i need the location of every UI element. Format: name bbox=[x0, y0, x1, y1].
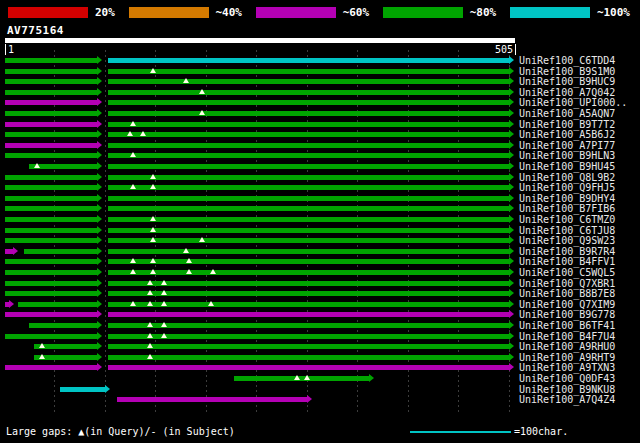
hit-label[interactable]: UniRef100_C6TDD4 bbox=[519, 56, 615, 66]
gap-triangle-icon bbox=[294, 375, 300, 380]
alignment-segment[interactable] bbox=[108, 259, 509, 264]
alignment-segment[interactable] bbox=[108, 153, 509, 158]
alignment-segment[interactable] bbox=[5, 69, 97, 74]
gap-triangle-icon bbox=[208, 301, 214, 306]
alignment-segment[interactable] bbox=[108, 344, 509, 349]
alignment-segment[interactable] bbox=[108, 238, 509, 243]
alignment-segment[interactable] bbox=[108, 90, 509, 95]
hit-label[interactable]: UniRef100_B4FFV1 bbox=[519, 257, 615, 267]
alignment-segment[interactable] bbox=[5, 90, 97, 95]
alignment-segment[interactable] bbox=[108, 69, 509, 74]
alignment-segment[interactable] bbox=[108, 228, 509, 233]
alignment-segment[interactable] bbox=[108, 132, 509, 137]
hit-label[interactable]: UniRef100_A9TXN3 bbox=[519, 363, 615, 373]
hit-label[interactable]: UniRef100_B9T7T2 bbox=[519, 120, 615, 130]
hit-label[interactable]: UniRef100_A7Q042 bbox=[519, 88, 615, 98]
alignment-segment[interactable] bbox=[5, 143, 97, 148]
alignment-segment[interactable] bbox=[5, 206, 97, 211]
alignment-segment[interactable] bbox=[18, 302, 97, 307]
hit-label[interactable]: UniRef100_Q0DF43 bbox=[519, 374, 615, 384]
hit-label[interactable]: UniRef100_B9S1M0 bbox=[519, 67, 615, 77]
hit-label[interactable]: UniRef100_UPI000.. bbox=[519, 98, 627, 108]
hit-label[interactable]: UniRef100_B7FIB6 bbox=[519, 204, 615, 214]
alignment-segment[interactable] bbox=[108, 143, 509, 148]
hit-label[interactable]: UniRef100_B9G778 bbox=[519, 310, 615, 320]
hit-label[interactable]: UniRef100_C6TMZ0 bbox=[519, 215, 615, 225]
hit-label[interactable]: UniRef100_B9NKU8 bbox=[519, 385, 615, 395]
alignment-segment[interactable] bbox=[5, 58, 97, 63]
alignment-segment[interactable] bbox=[5, 228, 97, 233]
alignment-segment[interactable] bbox=[5, 291, 97, 296]
alignment-segment[interactable] bbox=[108, 185, 509, 190]
alignment-segment[interactable] bbox=[5, 365, 97, 370]
alignment-segment[interactable] bbox=[5, 122, 97, 127]
hit-label[interactable]: UniRef100_Q9FHJ5 bbox=[519, 183, 615, 193]
hit-label[interactable]: UniRef100_B6TF41 bbox=[519, 321, 615, 331]
alignment-segment[interactable] bbox=[108, 164, 509, 169]
alignment-segment[interactable] bbox=[5, 79, 97, 84]
hit-label[interactable]: UniRef100_Q7XIM9 bbox=[519, 300, 615, 310]
alignment-segment[interactable] bbox=[5, 175, 97, 180]
hit-label[interactable]: UniRef100_A9RHU0 bbox=[519, 342, 615, 352]
alignment-segment[interactable] bbox=[108, 196, 509, 201]
hit-label[interactable]: UniRef100_A7PI77 bbox=[519, 141, 615, 151]
alignment-segment[interactable] bbox=[234, 376, 368, 381]
alignment-segment[interactable] bbox=[5, 270, 97, 275]
alignment-segment[interactable] bbox=[108, 323, 509, 328]
alignment-segment[interactable] bbox=[108, 291, 509, 296]
hit-label[interactable]: UniRef100_Q8L9B2 bbox=[519, 173, 615, 183]
alignment-segment[interactable] bbox=[5, 249, 13, 254]
hit-label[interactable]: UniRef100_A7Q4Z4 bbox=[519, 395, 615, 405]
alignment-segment[interactable] bbox=[5, 185, 97, 190]
alignment-segment[interactable] bbox=[29, 323, 97, 328]
segment-arrowhead-icon bbox=[509, 300, 514, 308]
alignment-segment[interactable] bbox=[5, 238, 97, 243]
hit-label[interactable]: UniRef100_C5WQL5 bbox=[519, 268, 615, 278]
identity-color-swatch bbox=[256, 7, 336, 18]
hit-label[interactable]: UniRef100_B9HUC9 bbox=[519, 77, 615, 87]
alignment-segment[interactable] bbox=[5, 281, 97, 286]
alignment-segment[interactable] bbox=[108, 122, 509, 127]
alignment-segment[interactable] bbox=[108, 281, 509, 286]
hit-label[interactable]: UniRef100_B9DHY4 bbox=[519, 194, 615, 204]
alignment-segment[interactable] bbox=[60, 387, 105, 392]
alignment-segment[interactable] bbox=[108, 365, 509, 370]
hit-label[interactable]: UniRef100_B9R7R4 bbox=[519, 247, 615, 257]
alignment-segment[interactable] bbox=[5, 259, 97, 264]
hit-label[interactable]: UniRef100_A5B6J2 bbox=[519, 130, 615, 140]
hit-label[interactable]: UniRef100_B8B7E8 bbox=[519, 289, 615, 299]
hit-label[interactable]: UniRef100_Q9SW23 bbox=[519, 236, 615, 246]
alignment-segment[interactable] bbox=[5, 196, 97, 201]
alignment-segment[interactable] bbox=[24, 249, 97, 254]
hit-label[interactable]: UniRef100_C6TJU8 bbox=[519, 226, 615, 236]
alignment-segment[interactable] bbox=[108, 249, 509, 254]
hit-label[interactable]: UniRef100_B4F7U4 bbox=[519, 332, 615, 342]
alignment-segment[interactable] bbox=[108, 217, 509, 222]
alignment-segment[interactable] bbox=[108, 270, 509, 275]
alignment-segment[interactable] bbox=[5, 334, 97, 339]
alignment-segment[interactable] bbox=[5, 100, 97, 105]
hit-label[interactable]: UniRef100_B9HU45 bbox=[519, 162, 615, 172]
hit-label[interactable]: UniRef100_B9HLN3 bbox=[519, 151, 615, 161]
alignment-segment[interactable] bbox=[108, 79, 509, 84]
hit-label[interactable]: UniRef100_A9RHT9 bbox=[519, 353, 615, 363]
alignment-segment[interactable] bbox=[5, 312, 97, 317]
alignment-segment[interactable] bbox=[108, 302, 509, 307]
gap-triangle-icon bbox=[199, 237, 205, 242]
alignment-segment[interactable] bbox=[108, 175, 509, 180]
alignment-segment[interactable] bbox=[5, 111, 97, 116]
hit-label[interactable]: UniRef100_A5AQN7 bbox=[519, 109, 615, 119]
segment-arrowhead-icon bbox=[509, 183, 514, 191]
alignment-segment[interactable] bbox=[108, 111, 509, 116]
alignment-segment[interactable] bbox=[5, 217, 97, 222]
alignment-segment[interactable] bbox=[108, 206, 509, 211]
alignment-segment[interactable] bbox=[108, 100, 509, 105]
alignment-segment[interactable] bbox=[5, 153, 97, 158]
alignment-segment[interactable] bbox=[108, 312, 509, 317]
alignment-segment[interactable] bbox=[5, 132, 97, 137]
hit-label[interactable]: UniRef100_Q7XBR1 bbox=[519, 279, 615, 289]
alignment-segment[interactable] bbox=[117, 397, 307, 402]
alignment-segment[interactable] bbox=[108, 355, 509, 360]
alignment-segment[interactable] bbox=[108, 334, 509, 339]
alignment-segment[interactable] bbox=[108, 58, 509, 63]
